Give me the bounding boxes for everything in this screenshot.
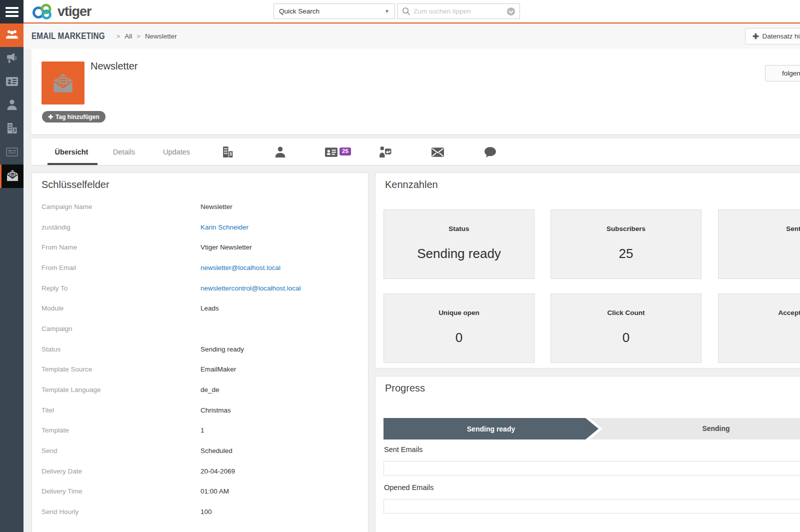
field-row-campaign-name: Campaign NameNewsletter	[42, 196, 356, 217]
tab-contacts[interactable]	[265, 138, 295, 166]
id-card-icon	[324, 146, 338, 159]
field-row-from-email: From Emailnewsletter@localhost.local	[42, 258, 356, 278]
step-label: Sending ready	[467, 425, 515, 433]
breadcrumb-separator: >	[116, 32, 120, 40]
field-label: From Email	[42, 264, 200, 272]
field-label: Reply To	[42, 284, 200, 292]
sidebar-item-organizations[interactable]	[0, 118, 24, 141]
metric-label: Click Count	[551, 309, 701, 316]
person-arrow-icon	[378, 146, 392, 159]
field-value: 100	[200, 508, 212, 516]
field-label: Campaign	[42, 325, 200, 332]
metric-value: 0	[551, 330, 701, 346]
tab-emails[interactable]	[422, 138, 452, 166]
plus-icon: ✚	[48, 114, 53, 120]
users-group-icon	[6, 28, 18, 43]
follow-label: folgen	[782, 70, 800, 77]
tab-uebersicht[interactable]: Übersicht	[54, 138, 89, 166]
field-value-link[interactable]: Karin Schneider	[200, 224, 248, 231]
progress-title: Progress	[385, 382, 425, 394]
envelope-icon	[431, 146, 444, 159]
field-value: 20-04-2069	[200, 468, 235, 475]
sidebar-item-leads[interactable]	[0, 70, 24, 94]
field-row-template-source: Template SourceEmailMaker	[42, 360, 356, 380]
field-label: zuständig	[42, 224, 200, 231]
menu-hamburger-button[interactable]	[0, 0, 24, 24]
field-row-send-hourly: Send Hourly100	[42, 502, 356, 522]
field-value-link[interactable]: newsletter@localhost.local	[200, 264, 280, 272]
tab-label: Updates	[163, 148, 190, 156]
field-row-assigned-to: zuständigKarin Schneider	[42, 217, 356, 238]
sidebar-item-campaigns[interactable]	[0, 47, 24, 70]
field-row-status: StatusSending ready	[42, 339, 356, 360]
sidebar-item-current-module[interactable]	[0, 24, 24, 47]
search-input[interactable]	[414, 8, 504, 15]
opened-emails-bar	[384, 499, 800, 514]
field-label: Status	[42, 346, 200, 353]
app-sidebar	[0, 0, 24, 532]
key-fields-panel: Schlüsselfelder Campaign NameNewsletter …	[32, 172, 368, 532]
field-row-template: Template1	[42, 420, 356, 441]
field-value: Vtiger Newsletter	[200, 244, 252, 251]
vtiger-logo[interactable]: vtiger	[32, 3, 92, 20]
tab-touchpoints[interactable]	[370, 138, 400, 166]
metrics-panel: Kennzahlen StatusSending ready Subscribe…	[375, 172, 800, 368]
metric-value: Sending ready	[384, 246, 534, 262]
follow-button[interactable]: folgen	[765, 65, 800, 82]
tab-updates[interactable]: Updates	[159, 138, 194, 166]
field-row-titel: TitelChristmas	[42, 400, 356, 420]
add-tag-button[interactable]: ✚ Tag hinzufügen	[42, 111, 106, 122]
field-value: Scheduled	[200, 447, 232, 454]
add-record-button[interactable]: ✚ Datensatz hinzufügen	[745, 28, 800, 44]
field-row-template-language: Template Languagede_de	[42, 380, 356, 400]
field-label: Delivery Time	[42, 488, 200, 495]
field-value-link[interactable]: newslettercontrol@localhost.local	[200, 284, 301, 292]
tab-related-records[interactable]: 25	[314, 138, 362, 166]
metric-value: 0	[384, 330, 534, 346]
breadcrumb: EMAIL MARKETING > All > Newsletter	[32, 24, 177, 48]
sidebar-item-email-marketing-active[interactable]	[0, 164, 24, 188]
metric-card-sent: Sent	[718, 210, 800, 279]
breadcrumb-item-all[interactable]: All	[124, 32, 132, 40]
field-label: Template Source	[42, 366, 200, 373]
tab-comments[interactable]	[475, 138, 505, 166]
related-count-badge: 25	[340, 148, 351, 156]
sent-emails-bar	[384, 461, 800, 476]
metric-card-status: StatusSending ready	[384, 210, 534, 279]
search-icon	[402, 7, 410, 16]
record-title: Newsletter	[90, 60, 138, 72]
field-label: Send	[42, 447, 200, 454]
field-row-module: ModuleLeads	[42, 298, 356, 318]
building-icon	[221, 146, 234, 159]
add-record-label: Datensatz hinzufügen	[762, 32, 800, 40]
field-value: 01:00 AM	[200, 488, 229, 495]
breadcrumb-separator: >	[136, 32, 140, 40]
metric-label: Unique open	[384, 309, 534, 316]
field-value: de_de	[200, 386, 220, 394]
quick-search-select[interactable]: Quick Search ▼	[274, 4, 395, 19]
metrics-title: Kennzahlen	[385, 179, 438, 190]
field-label: Module	[42, 304, 200, 312]
metric-label: Sent	[718, 225, 800, 232]
opened-emails-label: Opened Emails	[384, 484, 434, 492]
sidebar-item-contacts[interactable]	[0, 94, 24, 118]
field-label: Template Language	[42, 386, 200, 394]
progress-panel: Progress Sending Sending ready Sent Emai…	[375, 376, 800, 532]
person-icon	[274, 146, 287, 159]
key-fields-list: Campaign NameNewsletter zuständigKarin S…	[42, 196, 356, 522]
tab-organizations[interactable]	[212, 138, 242, 166]
breadcrumb-item-record[interactable]: Newsletter	[145, 32, 177, 40]
field-label: Send Hourly	[42, 508, 200, 516]
open-envelope-icon	[6, 169, 19, 184]
breadcrumb-module[interactable]: EMAIL MARKETING	[32, 31, 105, 42]
sidebar-item-documents[interactable]	[0, 141, 24, 164]
search-options-chevron-icon[interactable]	[506, 7, 516, 16]
record-header: Newsletter ✚ Tag hinzufügen folgen	[32, 48, 800, 135]
field-value: 1	[200, 426, 204, 434]
field-label: Template	[42, 426, 200, 434]
tab-details[interactable]: Details	[106, 138, 142, 166]
field-value: Sending ready	[200, 346, 244, 353]
metric-value: 25	[551, 246, 701, 262]
speech-bubble-icon	[484, 146, 497, 159]
newspaper-icon	[6, 146, 18, 160]
